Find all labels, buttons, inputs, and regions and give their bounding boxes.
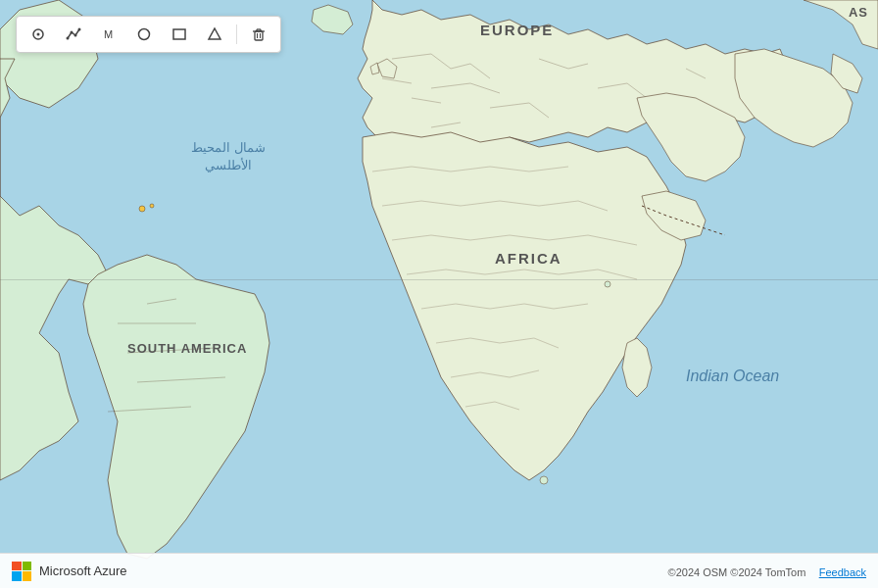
footer-feedback-link[interactable]: Feedback — [819, 566, 866, 578]
toolbar: M — [16, 16, 281, 53]
pointer-tool[interactable] — [24, 21, 52, 48]
svg-rect-13 — [173, 29, 185, 39]
svg-point-12 — [139, 29, 150, 40]
toolbar-divider — [236, 24, 237, 44]
svg-point-10 — [78, 28, 81, 31]
svg-text:M: M — [104, 28, 113, 40]
svg-point-9 — [74, 34, 77, 37]
ms-azure-logo: Microsoft Azure — [12, 562, 127, 581]
svg-point-7 — [67, 37, 70, 40]
svg-point-8 — [71, 31, 73, 34]
svg-rect-15 — [255, 31, 263, 40]
map-container[interactable]: AS EUROPE AFRICA SOUTH AMERICA شمال المح… — [0, 0, 878, 588]
footer-attribution: ©2024 OSM ©2024 TomTom — [668, 566, 806, 578]
delete-tool[interactable] — [245, 21, 272, 48]
svg-point-3 — [605, 281, 610, 287]
svg-marker-14 — [209, 28, 220, 39]
svg-point-1 — [139, 206, 145, 212]
svg-point-4 — [540, 476, 548, 484]
rectangle-tool[interactable] — [166, 21, 193, 48]
footer-brand: Microsoft Azure — [39, 564, 127, 578]
footer-attribution-group: ©2024 OSM ©2024 TomTom Feedback — [668, 563, 866, 580]
footer: Microsoft Azure ©2024 OSM ©2024 TomTom F… — [0, 553, 878, 588]
svg-point-2 — [150, 204, 154, 208]
circle-tool[interactable] — [130, 21, 158, 48]
polygon-m-tool[interactable]: M — [95, 21, 122, 48]
map-svg — [0, 0, 878, 588]
triangle-tool[interactable] — [201, 21, 228, 48]
polyline-tool[interactable] — [60, 21, 87, 48]
ms-logo-icon — [12, 562, 31, 581]
svg-point-6 — [37, 33, 40, 36]
